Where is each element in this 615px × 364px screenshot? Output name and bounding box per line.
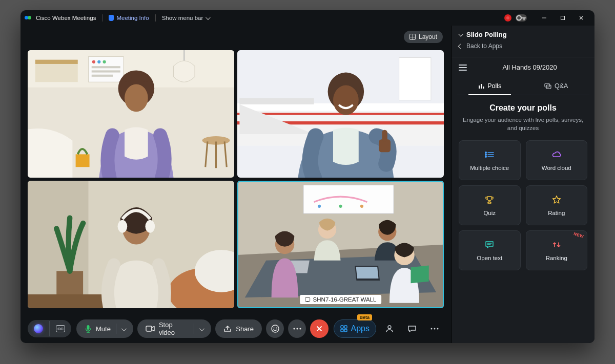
stop-video-button[interactable]: Stop video	[137, 319, 211, 338]
share-button[interactable]: Share	[215, 319, 262, 338]
meeting-info-button[interactable]: Meeting Info	[109, 15, 149, 21]
assistant-button[interactable]	[28, 320, 49, 337]
panel-title-row[interactable]: Slido Polling	[459, 31, 587, 38]
show-menu-label: Show menu bar	[162, 15, 203, 21]
share-icon	[223, 325, 232, 332]
poll-type-word-cloud[interactable]: Word cloud	[526, 140, 588, 180]
open-text-icon	[484, 240, 495, 250]
video-tile-2[interactable]	[237, 50, 444, 178]
svg-rect-10	[92, 66, 120, 68]
poll-type-multiple-choice[interactable]: Multiple choice	[459, 140, 521, 180]
video-stage: Layout	[20, 26, 451, 314]
mute-options-button[interactable]	[116, 325, 130, 333]
back-label: Back to Apps	[466, 42, 502, 50]
svg-rect-61	[344, 326, 347, 328]
svg-point-58	[296, 328, 298, 329]
stop-video-label: Stop video	[159, 321, 189, 336]
tab-qa[interactable]: Q&A	[523, 77, 590, 95]
poll-type-label: Ranking	[546, 255, 567, 261]
grid-icon	[409, 34, 416, 40]
close-icon	[316, 325, 323, 332]
svg-rect-69	[481, 84, 482, 89]
poll-type-rating[interactable]: Rating	[526, 185, 588, 225]
qa-icon	[544, 83, 551, 89]
reactions-button[interactable]	[266, 319, 284, 338]
svg-point-17	[123, 74, 132, 82]
layout-label: Layout	[419, 33, 437, 40]
poll-type-quiz[interactable]: Quiz	[459, 185, 521, 225]
close-window-button[interactable]	[572, 12, 590, 24]
assistant-orb-icon	[34, 324, 43, 333]
recording-indicator-icon[interactable]	[504, 14, 511, 22]
svg-point-66	[434, 328, 436, 330]
svg-point-59	[299, 328, 301, 329]
room-device-icon	[305, 297, 310, 302]
show-menu-button[interactable]: Show menu bar	[162, 15, 210, 21]
active-speaker-name: SHN7-16-GREAT WALL	[313, 296, 377, 303]
create-heading: Create your polls	[459, 103, 587, 113]
meeting-controls: CC Mute	[20, 314, 451, 343]
center-controls: Mute Stop video	[76, 319, 329, 338]
cc-icon: CC	[56, 325, 65, 332]
svg-point-64	[388, 326, 391, 329]
app-title: Cisco Webex Meetings	[36, 15, 96, 21]
poll-type-ranking[interactable]: NEW Ranking	[526, 230, 588, 270]
svg-point-27	[333, 85, 359, 115]
back-to-apps-button[interactable]: Back to Apps	[459, 42, 587, 50]
shield-icon	[109, 15, 114, 21]
closed-captions-button[interactable]: CC	[49, 321, 71, 336]
rating-star-icon	[551, 195, 562, 205]
video-tile-1[interactable]	[28, 50, 234, 178]
window-controls	[535, 12, 590, 24]
apps-button[interactable]: Apps	[334, 319, 376, 338]
lock-indicator[interactable]	[516, 14, 527, 22]
titlebar-left: Cisco Webex Meetings Meeting Info Show m…	[25, 14, 209, 22]
svg-rect-14	[76, 154, 90, 167]
video-options-button[interactable]	[194, 325, 208, 333]
active-speaker-label: SHN7-16-GREAT WALL	[300, 295, 382, 304]
video-tile-4-active-speaker[interactable]: SHN7-16-GREAT WALL	[237, 181, 444, 308]
webex-logo-icon	[25, 15, 33, 21]
minimize-button[interactable]	[535, 12, 554, 24]
beta-badge: Beta	[357, 314, 373, 320]
chat-icon	[407, 325, 417, 333]
svg-rect-5	[35, 64, 78, 82]
svg-rect-4	[35, 60, 78, 64]
video-tile-3[interactable]	[28, 181, 234, 308]
svg-point-55	[273, 328, 274, 329]
layout-button[interactable]: Layout	[404, 31, 443, 43]
word-cloud-icon	[551, 149, 562, 160]
chat-button[interactable]	[403, 319, 421, 338]
svg-point-18	[141, 74, 150, 82]
poll-type-open-text[interactable]: Open text	[459, 230, 521, 270]
participant-video-3	[28, 181, 234, 308]
end-meeting-button[interactable]	[310, 319, 328, 338]
mute-button[interactable]: Mute	[76, 319, 133, 338]
panel-title: Slido Polling	[466, 31, 507, 38]
participants-button[interactable]	[380, 319, 399, 338]
assistant-cc-group: CC	[28, 320, 71, 337]
session-row: All Hands 09/2020	[452, 57, 594, 74]
svg-rect-62	[341, 329, 343, 332]
polls-icon	[478, 83, 484, 89]
hamburger-menu-button[interactable]	[459, 65, 467, 71]
poll-type-label: Word cloud	[542, 165, 571, 171]
more-icon	[293, 327, 302, 330]
more-options-button[interactable]	[288, 319, 306, 338]
tab-qa-label: Q&A	[555, 82, 568, 90]
svg-point-57	[293, 328, 295, 329]
participants-icon	[385, 325, 394, 333]
svg-rect-1	[561, 16, 565, 20]
maximize-button[interactable]	[554, 12, 572, 24]
session-name: All Hands 09/2020	[472, 63, 587, 71]
app-window: Cisco Webex Meetings Meeting Info Show m…	[20, 10, 594, 343]
main-area: Layout	[20, 26, 451, 343]
svg-rect-24	[399, 58, 431, 100]
svg-rect-32	[56, 271, 83, 297]
svg-point-8	[97, 60, 100, 63]
tab-polls[interactable]: Polls	[457, 77, 523, 95]
tab-polls-label: Polls	[487, 82, 501, 90]
svg-rect-63	[344, 329, 347, 332]
panel-more-button[interactable]	[425, 319, 444, 338]
meeting-info-label: Meeting Info	[116, 15, 149, 21]
